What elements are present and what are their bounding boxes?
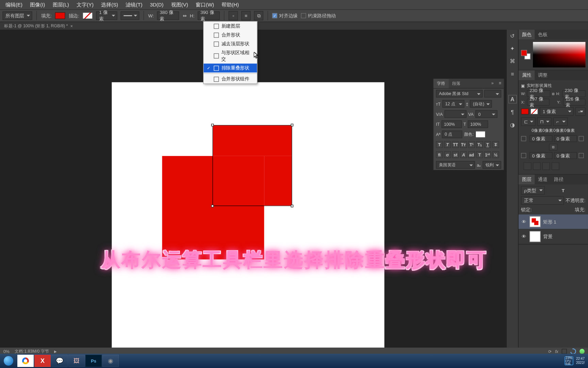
link-corners-icon[interactable]: ⧈ xyxy=(549,144,557,151)
blend-mode[interactable]: 正常 xyxy=(521,196,564,205)
taskbar-app1[interactable]: 🖼 xyxy=(68,355,85,367)
tab-swatches[interactable]: 色板 xyxy=(535,30,551,40)
lock-all[interactable] xyxy=(556,206,562,212)
language[interactable]: 美国英语 xyxy=(436,161,475,169)
filter-shape[interactable] xyxy=(566,187,572,193)
layer-name[interactable]: 矩形 1 xyxy=(543,218,556,225)
menu-type[interactable]: 文字(Y) xyxy=(73,0,97,9)
filter-type[interactable]: T xyxy=(562,188,565,193)
menu-item-exclude[interactable]: ✓排除重叠形状 xyxy=(203,64,257,73)
lock-transparent[interactable] xyxy=(534,206,539,212)
brush-panel-icon[interactable]: ⌘ xyxy=(508,57,517,65)
layer-thumbnail[interactable] xyxy=(529,216,540,227)
ot-ad[interactable]: ad xyxy=(468,151,475,158)
baseline-shift[interactable]: 0 点 xyxy=(442,131,462,138)
menu-item-intersect[interactable]: 与形状区域相交 xyxy=(203,48,257,64)
menu-select[interactable]: 选择(S) xyxy=(97,0,122,9)
path-operations-button[interactable]: ▫ xyxy=(229,11,238,20)
filter-smart[interactable] xyxy=(574,187,580,193)
leading[interactable]: (自动) xyxy=(470,100,492,108)
menu-image[interactable]: 图像(I) xyxy=(26,0,49,9)
transform-handle[interactable] xyxy=(211,205,214,207)
ot-fi[interactable]: fi xyxy=(436,151,443,158)
allcaps-button[interactable]: TT xyxy=(452,141,459,148)
bold-button[interactable]: T xyxy=(436,141,443,148)
tab-paths[interactable]: 路径 xyxy=(551,175,567,185)
close-tab-icon[interactable]: × xyxy=(70,24,73,28)
ot-o[interactable]: σ xyxy=(444,151,451,158)
text-color-swatch[interactable] xyxy=(475,131,486,138)
tab-layers[interactable]: 图层 xyxy=(519,175,535,185)
horizontal-scale[interactable]: 100% xyxy=(468,120,488,128)
layer-rect-1[interactable]: 👁 矩形 1 xyxy=(519,214,588,229)
taskbar-chrome[interactable] xyxy=(17,355,34,367)
stroke-corners[interactable]: ⌐ xyxy=(553,118,568,126)
layer-background[interactable]: 👁 背景 xyxy=(519,229,588,244)
tab-character[interactable]: 字符 xyxy=(434,79,449,88)
fx-icon[interactable]: fx xyxy=(555,349,558,354)
link-icon[interactable]: ⧈ xyxy=(552,91,554,96)
lock-pixels[interactable] xyxy=(541,206,547,212)
filter-pixel[interactable] xyxy=(546,187,552,193)
styles-panel-icon[interactable]: ◑ xyxy=(508,120,517,129)
actions-panel-icon[interactable]: ✦ xyxy=(508,44,517,52)
smallcaps-button[interactable]: Tᴛ xyxy=(460,141,467,148)
fg-bg-swatch[interactable] xyxy=(521,50,530,59)
collapse-panel-icon[interactable]: » xyxy=(489,79,496,88)
stroke-width[interactable]: 1 像素 xyxy=(96,12,117,20)
underline-button[interactable]: T xyxy=(484,141,491,148)
document-tab[interactable]: 标题-1 @ 100% (矩形 1, RGB/8) * × xyxy=(0,22,77,30)
corner-bl-check[interactable] xyxy=(521,153,526,158)
ot-1st[interactable]: 1ˢᵗ xyxy=(484,151,491,158)
shape-x[interactable]: 297 像素 xyxy=(527,99,550,106)
corner-br[interactable]: 0 像素 xyxy=(554,152,577,159)
menu-layer[interactable]: 图层(L) xyxy=(49,0,72,9)
transform-handle[interactable] xyxy=(291,205,293,207)
sync-icon[interactable]: ⟳ xyxy=(548,349,552,354)
info-panel-icon[interactable]: ≡ xyxy=(508,70,517,78)
filter-adjust[interactable] xyxy=(554,187,560,193)
menu-window[interactable]: 窗口(W) xyxy=(192,0,218,9)
stroke-align[interactable]: ⊏ xyxy=(521,118,535,126)
taskbar-photoshop[interactable]: Ps xyxy=(85,355,102,367)
vertical-scale[interactable]: 100% xyxy=(441,120,462,128)
tracking[interactable]: 0 xyxy=(475,110,497,118)
font-size[interactable]: 12 点 xyxy=(442,100,464,108)
visibility-toggle[interactable]: 👁 xyxy=(521,219,527,225)
menu-item-combine[interactable]: 合并形状 xyxy=(203,31,257,40)
menu-item-merge-components[interactable]: 合并形状组件 xyxy=(203,75,257,83)
font-style[interactable] xyxy=(484,90,501,97)
zoom-level[interactable]: 0% xyxy=(3,349,10,354)
tab-channels[interactable]: 通道 xyxy=(535,175,551,185)
fill-swatch[interactable] xyxy=(55,12,65,19)
pathop-subtract[interactable] xyxy=(533,162,540,170)
corner-tl[interactable]: 0 像素 xyxy=(529,135,552,142)
link-wh-icon[interactable]: ⇔ xyxy=(183,13,186,18)
font-family[interactable]: Adobe 黑体 Std xyxy=(436,90,483,97)
menu-item-subtract[interactable]: 减去顶层形状 xyxy=(203,40,257,48)
path-arrangement-button[interactable]: ⧉ xyxy=(254,11,263,20)
clock[interactable]: 22:47 2022/ xyxy=(576,357,585,365)
shape-stroke-swatch[interactable] xyxy=(530,108,538,114)
shape-stroke-width[interactable]: 1 像素 xyxy=(540,107,574,116)
align-edges-checkbox[interactable]: ✓ 对齐边缘 xyxy=(272,13,298,19)
color-ramp[interactable] xyxy=(533,42,585,67)
transform-handle[interactable] xyxy=(291,124,293,126)
type-panel-icon[interactable]: A xyxy=(508,95,517,104)
stroke-style[interactable] xyxy=(121,12,140,20)
menu-3d[interactable]: 3D(D) xyxy=(146,0,167,9)
superscript-button[interactable]: T¹ xyxy=(468,141,475,148)
pathop-combine[interactable] xyxy=(524,162,531,170)
pathop-intersect[interactable] xyxy=(542,162,550,170)
layer-thumbnail[interactable] xyxy=(529,231,540,242)
kerning[interactable] xyxy=(444,110,467,118)
stroke-swatch[interactable] xyxy=(83,12,93,19)
stroke-caps[interactable]: ⊓ xyxy=(537,118,552,126)
character-panel[interactable]: 字符 段落 » ≡ Adobe 黑体 Std тT12 点 ‡(自动) V/A … xyxy=(433,78,504,170)
constrain-path-checkbox[interactable]: 约束路径拖动 xyxy=(301,13,336,19)
panel-menu-icon[interactable]: ≡ xyxy=(496,79,504,88)
antialias[interactable]: 锐利 xyxy=(483,161,501,169)
menu-view[interactable]: 视图(V) xyxy=(167,0,192,9)
corner-tr[interactable]: 0 像素 xyxy=(554,135,577,142)
shape-stroke-style[interactable]: — xyxy=(575,107,586,116)
